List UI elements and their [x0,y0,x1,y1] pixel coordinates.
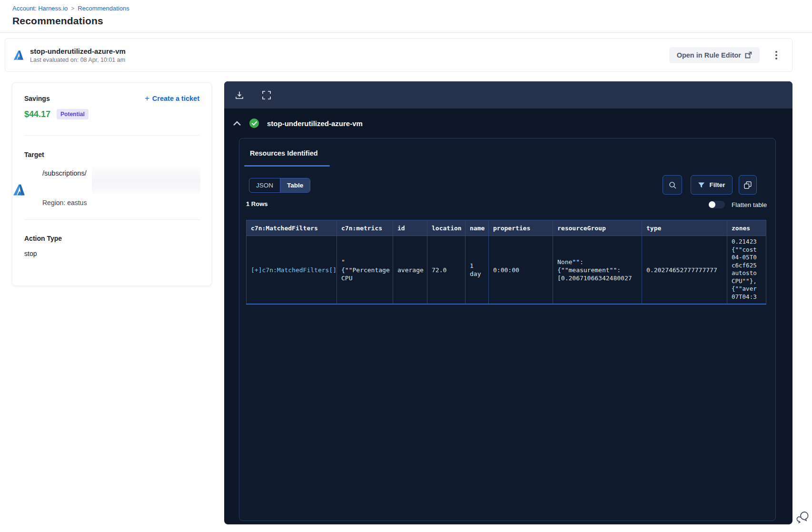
column-header: location [427,220,465,236]
column-header: resourceGroup [553,220,642,236]
column-header: c7n:MatchedFilters [247,220,337,236]
last-evaluated-text: Last evaluated on: 08 Apr, 10:01 am [30,57,669,63]
action-type-value: stop [24,250,199,257]
filter-label: Filter [709,181,725,188]
recommendation-header-card: stop-underutilized-azure-vm Last evaluat… [5,38,792,72]
table-row: [+]c7n:MatchedFilters[] " {""Percentage … [247,236,766,305]
column-header: id [393,220,427,236]
potential-badge: Potential [57,109,89,119]
rule-result-title: stop-underutilized-azure-vm [267,119,363,128]
action-type-label: Action Type [24,235,199,242]
breadcrumb-recommendations-link[interactable]: Recommendations [78,5,129,12]
flatten-table-control: Flatten table [709,201,767,208]
json-view-toggle[interactable]: JSON [249,178,280,192]
rows-count: 1 Rows [246,200,268,207]
rule-result-header: stop-underutilized-azure-vm [233,118,792,128]
kebab-menu-icon[interactable] [770,48,782,62]
plus-icon: + [145,94,149,102]
flatten-table-label: Flatten table [732,201,767,208]
azure-icon [13,50,24,60]
open-rule-editor-label: Open in Rule Editor [677,51,741,59]
filter-button[interactable]: Filter [691,175,733,195]
divider [24,219,199,220]
breadcrumb-account-link[interactable]: Account: Harness.io [12,5,68,12]
copy-icon [743,181,752,189]
open-rule-editor-button[interactable]: Open in Rule Editor [669,47,760,63]
column-header: name [465,220,489,236]
matched-filters-expander[interactable]: [+]c7n:MatchedFilters[] [247,236,337,305]
check-circle-icon [249,118,259,128]
external-link-icon [745,51,752,59]
search-icon [668,181,677,189]
table-cell: 0.21423 {""cost 04-05T0 c6cf625 autosto … [727,236,766,305]
resources-table: c7n:MatchedFilters c7n:metrics id locati… [246,220,766,305]
rule-output-panel: stop-underutilized-azure-vm Resources Id… [224,81,792,524]
table-cell: average [393,236,427,305]
panel-toolbar [224,81,792,108]
fullscreen-icon[interactable] [261,90,272,100]
view-mode-toggle: JSON Table [249,178,310,193]
breadcrumb: Account: Harness.io>Recommendations [12,5,812,12]
page-header: Account: Harness.io>Recommendations Reco… [0,0,812,33]
table-cell: None"": {""measurement"": [0.20671066342… [553,236,642,305]
search-button[interactable] [663,175,682,195]
create-ticket-label: Create a ticket [152,95,199,102]
recommendation-details-card: Savings + Create a ticket $44.17 Potenti… [12,82,212,286]
column-header: c7n:metrics [337,220,393,236]
target-region: Region: eastus [42,199,199,207]
collapse-icon[interactable] [233,119,241,127]
target-subscription-path: /subscriptions/ [42,169,87,177]
target-label: Target [24,151,199,158]
table-cell: 0:00:00 [489,236,553,305]
table-cell: 1 day [465,236,489,305]
download-icon[interactable] [234,90,245,100]
table-cell: " {""Percentage CPU [337,236,393,305]
column-header: zones [727,220,766,236]
flatten-table-toggle[interactable] [709,201,725,208]
savings-label: Savings [24,95,50,102]
table-view-toggle[interactable]: Table [280,178,310,192]
table-header-row: c7n:MatchedFilters c7n:metrics id locati… [247,220,766,236]
chat-support-icon[interactable] [796,510,810,524]
table-cell: 0.20274652777777777 [642,236,727,305]
recommendation-header-text: stop-underutilized-azure-vm Last evaluat… [30,47,669,63]
breadcrumb-separator-icon: > [71,5,74,12]
column-header: type [642,220,727,236]
column-header: properties [489,220,553,236]
create-ticket-button[interactable]: + Create a ticket [145,94,199,102]
page-title: Recommendations [12,15,812,27]
table-cell: 72.0 [427,236,465,305]
redacted-subscription-id [92,166,200,194]
azure-icon [12,184,26,196]
filter-icon [698,182,705,188]
active-tab-underline [244,165,330,167]
savings-amount: $44.17 [24,109,50,119]
copy-button[interactable] [739,175,757,195]
divider [24,135,199,136]
resources-identified-card: Resources Identified JSON Table Filter 1… [239,138,776,521]
recommendation-name: stop-underutilized-azure-vm [30,47,669,55]
tab-resources-identified[interactable]: Resources Identified [250,149,318,157]
